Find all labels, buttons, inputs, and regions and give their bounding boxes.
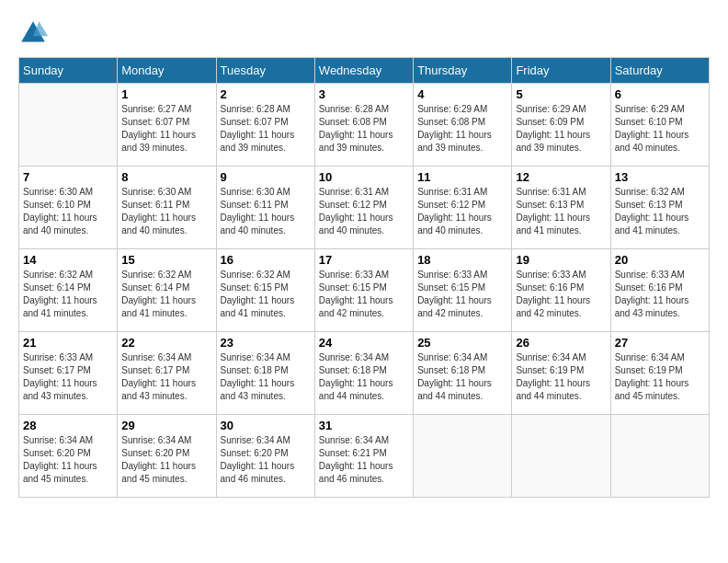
day-info: Sunrise: 6:33 AMSunset: 6:16 PMDaylight:… xyxy=(516,269,606,320)
day-info: Sunrise: 6:34 AMSunset: 6:20 PMDaylight:… xyxy=(23,434,113,486)
day-info: Sunrise: 6:32 AMSunset: 6:15 PMDaylight:… xyxy=(221,269,311,320)
day-info: Sunrise: 6:34 AMSunset: 6:18 PMDaylight:… xyxy=(221,351,311,403)
day-info: Sunrise: 6:31 AMSunset: 6:13 PMDaylight:… xyxy=(516,186,606,237)
logo xyxy=(18,18,51,48)
day-info: Sunrise: 6:34 AMSunset: 6:18 PMDaylight:… xyxy=(417,351,507,403)
day-info: Sunrise: 6:28 AMSunset: 6:07 PMDaylight:… xyxy=(221,103,311,155)
day-info: Sunrise: 6:29 AMSunset: 6:10 PMDaylight:… xyxy=(615,103,705,155)
day-info: Sunrise: 6:30 AMSunset: 6:10 PMDaylight:… xyxy=(23,186,113,237)
calendar-cell: 23Sunrise: 6:34 AMSunset: 6:18 PMDayligh… xyxy=(216,332,314,415)
day-number: 19 xyxy=(516,253,606,267)
calendar-cell: 9Sunrise: 6:30 AMSunset: 6:11 PMDaylight… xyxy=(216,167,314,249)
day-number: 29 xyxy=(121,419,211,432)
day-of-week-header: Sunday xyxy=(19,58,118,84)
calendar-cell: 6Sunrise: 6:29 AMSunset: 6:10 PMDaylight… xyxy=(610,84,709,167)
day-info: Sunrise: 6:33 AMSunset: 6:15 PMDaylight:… xyxy=(319,269,409,320)
day-info: Sunrise: 6:33 AMSunset: 6:17 PMDaylight:… xyxy=(23,351,113,403)
day-number: 24 xyxy=(319,336,409,350)
calendar-cell: 21Sunrise: 6:33 AMSunset: 6:17 PMDayligh… xyxy=(19,332,118,415)
day-of-week-header: Tuesday xyxy=(216,58,314,84)
day-number: 18 xyxy=(417,253,507,267)
day-number: 3 xyxy=(319,87,409,101)
day-info: Sunrise: 6:34 AMSunset: 6:17 PMDaylight:… xyxy=(121,351,211,403)
day-of-week-header: Saturday xyxy=(610,58,709,84)
calendar-cell xyxy=(414,415,512,498)
day-info: Sunrise: 6:32 AMSunset: 6:13 PMDaylight:… xyxy=(615,186,705,237)
calendar-cell: 11Sunrise: 6:31 AMSunset: 6:12 PMDayligh… xyxy=(414,167,512,249)
day-number: 10 xyxy=(319,170,409,184)
day-number: 13 xyxy=(615,170,705,184)
calendar-cell: 20Sunrise: 6:33 AMSunset: 6:16 PMDayligh… xyxy=(610,249,709,332)
calendar-cell: 7Sunrise: 6:30 AMSunset: 6:10 PMDaylight… xyxy=(19,167,118,249)
calendar-week-row: 21Sunrise: 6:33 AMSunset: 6:17 PMDayligh… xyxy=(19,332,710,415)
day-info: Sunrise: 6:34 AMSunset: 6:18 PMDaylight:… xyxy=(319,351,409,403)
calendar-cell: 3Sunrise: 6:28 AMSunset: 6:08 PMDaylight… xyxy=(314,84,413,167)
day-number: 14 xyxy=(23,253,113,267)
calendar-cell xyxy=(19,84,118,167)
day-number: 1 xyxy=(121,87,211,101)
calendar-cell: 2Sunrise: 6:28 AMSunset: 6:07 PMDaylight… xyxy=(216,84,314,167)
calendar-cell: 16Sunrise: 6:32 AMSunset: 6:15 PMDayligh… xyxy=(216,249,314,332)
day-number: 20 xyxy=(615,253,705,267)
calendar-cell: 26Sunrise: 6:34 AMSunset: 6:19 PMDayligh… xyxy=(512,332,610,415)
day-of-week-header: Monday xyxy=(118,58,216,84)
calendar-cell: 31Sunrise: 6:34 AMSunset: 6:21 PMDayligh… xyxy=(314,415,413,498)
calendar-cell xyxy=(512,415,610,498)
day-number: 21 xyxy=(23,336,113,350)
day-info: Sunrise: 6:29 AMSunset: 6:09 PMDaylight:… xyxy=(516,103,606,155)
day-info: Sunrise: 6:28 AMSunset: 6:08 PMDaylight:… xyxy=(319,103,409,155)
day-number: 15 xyxy=(121,253,211,267)
calendar-cell: 1Sunrise: 6:27 AMSunset: 6:07 PMDaylight… xyxy=(118,84,216,167)
calendar-cell: 10Sunrise: 6:31 AMSunset: 6:12 PMDayligh… xyxy=(314,167,413,249)
day-number: 16 xyxy=(221,253,311,267)
day-number: 7 xyxy=(23,170,113,184)
day-info: Sunrise: 6:32 AMSunset: 6:14 PMDaylight:… xyxy=(23,269,113,320)
calendar-cell: 15Sunrise: 6:32 AMSunset: 6:14 PMDayligh… xyxy=(118,249,216,332)
day-of-week-header: Thursday xyxy=(414,58,512,84)
calendar-header-row: SundayMondayTuesdayWednesdayThursdayFrid… xyxy=(19,58,710,84)
calendar-cell: 8Sunrise: 6:30 AMSunset: 6:11 PMDaylight… xyxy=(118,167,216,249)
day-number: 23 xyxy=(221,336,311,350)
page-header xyxy=(18,18,710,48)
calendar-cell: 17Sunrise: 6:33 AMSunset: 6:15 PMDayligh… xyxy=(314,249,413,332)
day-info: Sunrise: 6:31 AMSunset: 6:12 PMDaylight:… xyxy=(417,186,507,237)
calendar-cell xyxy=(610,415,709,498)
day-number: 25 xyxy=(417,336,507,350)
day-info: Sunrise: 6:34 AMSunset: 6:19 PMDaylight:… xyxy=(516,351,606,403)
day-info: Sunrise: 6:27 AMSunset: 6:07 PMDaylight:… xyxy=(121,103,211,155)
day-number: 2 xyxy=(221,87,311,101)
calendar-cell: 5Sunrise: 6:29 AMSunset: 6:09 PMDaylight… xyxy=(512,84,610,167)
calendar-cell: 30Sunrise: 6:34 AMSunset: 6:20 PMDayligh… xyxy=(216,415,314,498)
day-number: 28 xyxy=(23,419,113,432)
day-info: Sunrise: 6:33 AMSunset: 6:16 PMDaylight:… xyxy=(615,269,705,320)
calendar-week-row: 14Sunrise: 6:32 AMSunset: 6:14 PMDayligh… xyxy=(19,249,710,332)
day-number: 17 xyxy=(319,253,409,267)
day-info: Sunrise: 6:34 AMSunset: 6:20 PMDaylight:… xyxy=(121,434,211,486)
day-number: 11 xyxy=(417,170,507,184)
calendar-cell: 4Sunrise: 6:29 AMSunset: 6:08 PMDaylight… xyxy=(414,84,512,167)
calendar-cell: 27Sunrise: 6:34 AMSunset: 6:19 PMDayligh… xyxy=(610,332,709,415)
day-info: Sunrise: 6:29 AMSunset: 6:08 PMDaylight:… xyxy=(417,103,507,155)
day-number: 22 xyxy=(121,336,211,350)
calendar-week-row: 1Sunrise: 6:27 AMSunset: 6:07 PMDaylight… xyxy=(19,84,710,167)
calendar-cell: 29Sunrise: 6:34 AMSunset: 6:20 PMDayligh… xyxy=(118,415,216,498)
calendar-cell: 19Sunrise: 6:33 AMSunset: 6:16 PMDayligh… xyxy=(512,249,610,332)
day-number: 27 xyxy=(615,336,705,350)
day-number: 6 xyxy=(615,87,705,101)
day-number: 31 xyxy=(319,419,409,432)
calendar-week-row: 7Sunrise: 6:30 AMSunset: 6:10 PMDaylight… xyxy=(19,167,710,249)
day-number: 26 xyxy=(516,336,606,350)
calendar-cell: 22Sunrise: 6:34 AMSunset: 6:17 PMDayligh… xyxy=(118,332,216,415)
calendar-cell: 14Sunrise: 6:32 AMSunset: 6:14 PMDayligh… xyxy=(19,249,118,332)
day-info: Sunrise: 6:31 AMSunset: 6:12 PMDaylight:… xyxy=(319,186,409,237)
day-number: 4 xyxy=(417,87,507,101)
calendar-cell: 13Sunrise: 6:32 AMSunset: 6:13 PMDayligh… xyxy=(610,167,709,249)
day-number: 12 xyxy=(516,170,606,184)
day-of-week-header: Friday xyxy=(512,58,610,84)
calendar-cell: 24Sunrise: 6:34 AMSunset: 6:18 PMDayligh… xyxy=(314,332,413,415)
day-number: 8 xyxy=(121,170,211,184)
day-of-week-header: Wednesday xyxy=(314,58,413,84)
day-info: Sunrise: 6:32 AMSunset: 6:14 PMDaylight:… xyxy=(121,269,211,320)
calendar-cell: 18Sunrise: 6:33 AMSunset: 6:15 PMDayligh… xyxy=(414,249,512,332)
day-info: Sunrise: 6:33 AMSunset: 6:15 PMDaylight:… xyxy=(417,269,507,320)
